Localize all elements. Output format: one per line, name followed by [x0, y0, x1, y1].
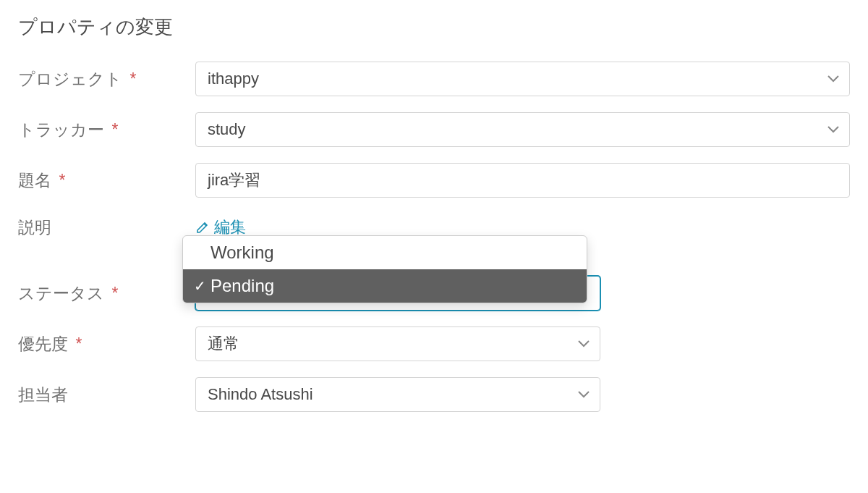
control-subject: jira学習	[195, 163, 850, 198]
label-subject: 題名 *	[18, 169, 195, 192]
row-assignee: 担当者 Shindo Atsushi	[18, 377, 850, 412]
control-assignee: Shindo Atsushi	[195, 377, 600, 412]
label-priority-text: 優先度	[18, 334, 68, 353]
label-tracker-text: トラッカー	[18, 120, 104, 139]
control-tracker: study	[195, 112, 850, 147]
status-dropdown: Working ✓ Pending	[182, 235, 587, 303]
label-tracker: トラッカー *	[18, 119, 195, 141]
label-project-text: プロジェクト	[18, 69, 122, 88]
status-option-label: Pending	[210, 276, 274, 296]
required-mark: *	[111, 284, 118, 303]
chevron-down-icon	[576, 387, 591, 402]
control-priority: 通常	[195, 326, 600, 361]
project-select[interactable]: ithappy	[195, 62, 850, 96]
tracker-select[interactable]: study	[195, 112, 850, 147]
assignee-select-value: Shindo Atsushi	[208, 385, 313, 404]
status-option-label: Working	[210, 243, 274, 263]
pencil-icon	[195, 220, 210, 235]
row-subject: 題名 * jira学習	[18, 163, 850, 198]
status-option-pending[interactable]: ✓ Pending	[183, 269, 587, 303]
chevron-down-icon	[826, 122, 841, 137]
subject-input[interactable]: jira学習	[195, 163, 850, 198]
chevron-down-icon	[826, 72, 841, 86]
required-mark: *	[59, 171, 65, 190]
check-icon: ✓	[190, 277, 209, 295]
priority-select-value: 通常	[208, 333, 239, 355]
control-status: Working ✓ Pending	[195, 276, 600, 311]
label-project: プロジェクト *	[18, 68, 195, 90]
label-description: 説明	[18, 216, 195, 239]
label-status: ステータス *	[18, 282, 195, 305]
label-subject-text: 題名	[18, 171, 51, 190]
row-status: ステータス * Working ✓ Pending	[18, 276, 850, 311]
chevron-down-icon	[576, 337, 591, 351]
label-description-text: 説明	[18, 218, 51, 237]
label-assignee: 担当者	[18, 384, 195, 406]
row-project: プロジェクト * ithappy	[18, 62, 850, 96]
row-priority: 優先度 * 通常	[18, 326, 850, 361]
label-status-text: ステータス	[18, 284, 104, 303]
subject-input-value: jira学習	[208, 169, 260, 191]
status-option-working[interactable]: Working	[183, 236, 587, 269]
required-mark: *	[111, 120, 118, 139]
label-priority: 優先度 *	[18, 333, 195, 355]
required-mark: *	[129, 69, 136, 88]
assignee-select[interactable]: Shindo Atsushi	[195, 377, 600, 412]
label-assignee-text: 担当者	[18, 385, 68, 404]
control-project: ithappy	[195, 62, 850, 96]
row-tracker: トラッカー * study	[18, 112, 850, 147]
tracker-select-value: study	[208, 120, 246, 139]
priority-select[interactable]: 通常	[195, 326, 600, 361]
form-title: プロパティの変更	[18, 14, 850, 40]
required-mark: *	[75, 334, 82, 353]
project-select-value: ithappy	[208, 69, 259, 88]
